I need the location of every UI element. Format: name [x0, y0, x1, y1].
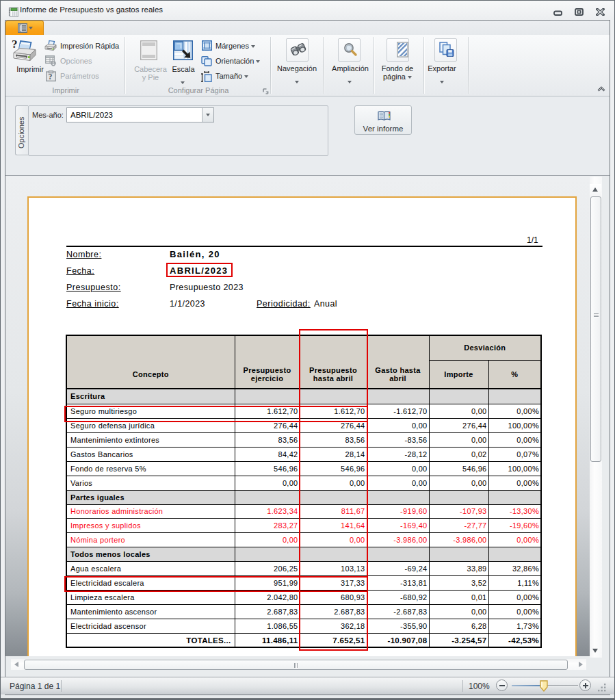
svg-text:?: ?	[49, 72, 53, 81]
svg-text:?: ?	[12, 38, 18, 51]
